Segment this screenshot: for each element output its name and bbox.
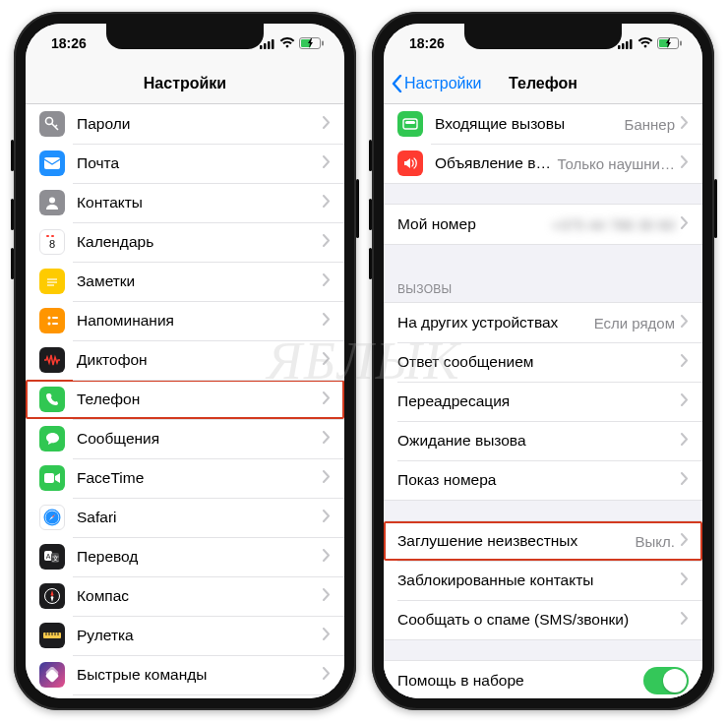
notch <box>464 24 622 49</box>
notch <box>106 24 264 49</box>
screen-right: 18:26 Настройки Телефон Входящие вызовыБ… <box>384 24 702 698</box>
phone-settings-list[interactable]: Входящие вызовыБаннерОбъявление вызововТ… <box>384 104 702 698</box>
settings-row[interactable]: Показ номера <box>384 460 702 500</box>
chevron-right-icon <box>323 548 331 566</box>
chevron-right-icon <box>323 272 331 290</box>
svg-rect-2 <box>268 41 271 49</box>
settings-row[interactable]: Здоровье <box>26 694 344 698</box>
chevron-right-icon <box>323 430 331 448</box>
shortcuts-icon <box>39 662 65 688</box>
settings-row[interactable]: 8Календарь <box>26 222 344 262</box>
person-icon <box>39 190 65 215</box>
chevron-right-icon <box>681 611 689 629</box>
screen-left: 18:26 Настройки ПаролиПочтаКонтакты8Кале… <box>26 24 344 698</box>
svg-rect-1 <box>264 43 267 49</box>
translate-icon: A文 <box>39 544 65 570</box>
reminder-icon <box>39 308 65 333</box>
chevron-right-icon <box>323 194 331 211</box>
chevron-right-icon <box>681 314 689 331</box>
phone-frame-left: 18:26 Настройки ПаролиПочтаКонтакты8Кале… <box>14 12 356 710</box>
chevron-right-icon <box>323 587 331 605</box>
settings-row[interactable]: Переадресация <box>384 382 702 421</box>
settings-row[interactable]: Почта <box>26 144 344 183</box>
settings-row[interactable]: Телефон <box>26 380 344 419</box>
settings-row[interactable]: Заметки <box>26 262 344 301</box>
row-label: Перевод <box>77 548 317 566</box>
row-label: Сообщения <box>77 430 317 448</box>
svg-rect-41 <box>630 39 633 49</box>
svg-rect-11 <box>51 235 54 237</box>
settings-row[interactable]: FaceTime <box>26 458 344 498</box>
status-time: 18:26 <box>51 35 87 51</box>
settings-row[interactable]: Ожидание вызова <box>384 421 702 460</box>
settings-row[interactable]: Сообщать о спаме (SMS/звонки) <box>384 600 702 639</box>
settings-row[interactable]: Рулетка <box>26 616 344 655</box>
chevron-right-icon <box>681 532 689 550</box>
svg-rect-46 <box>405 121 415 124</box>
safari-icon <box>39 505 65 530</box>
row-label: Входящие вызовы <box>435 115 619 133</box>
phone-icon <box>39 387 65 412</box>
compass-icon <box>39 583 65 609</box>
row-label: Почта <box>77 154 317 172</box>
settings-row[interactable]: A文Перевод <box>26 537 344 576</box>
settings-row[interactable]: Помощь в наборе <box>384 661 702 698</box>
row-label: Заметки <box>77 272 317 290</box>
chevron-right-icon <box>681 154 689 172</box>
row-label: Переадресация <box>397 392 675 410</box>
settings-row[interactable]: Напоминания <box>26 301 344 340</box>
chevron-right-icon <box>323 154 331 172</box>
settings-row[interactable]: Сообщения <box>26 419 344 458</box>
settings-row[interactable]: Ответ сообщением <box>384 342 702 382</box>
row-label: Помощь в наборе <box>397 672 643 690</box>
chevron-right-icon <box>323 509 331 526</box>
settings-row[interactable]: Контакты <box>26 183 344 222</box>
status-time: 18:26 <box>409 35 445 51</box>
settings-row[interactable]: Пароли <box>26 104 344 144</box>
voice-icon <box>39 347 65 373</box>
svg-rect-0 <box>260 45 263 49</box>
chevron-right-icon <box>323 312 331 330</box>
settings-row[interactable]: Объявление вызововТолько наушни… <box>384 144 702 183</box>
svg-text:8: 8 <box>49 238 55 250</box>
chevron-right-icon <box>681 432 689 450</box>
chevron-right-icon <box>681 392 689 410</box>
row-label: Заглушение неизвестных <box>397 532 630 550</box>
nav-title: Телефон <box>509 75 577 92</box>
toggle-switch[interactable] <box>643 667 689 694</box>
settings-row[interactable]: Входящие вызовыБаннер <box>384 104 702 144</box>
row-label: Показ номера <box>397 471 675 489</box>
chevron-right-icon <box>323 469 331 487</box>
settings-row[interactable]: Компас <box>26 576 344 616</box>
speaker-icon <box>397 150 423 176</box>
note-icon <box>39 269 65 294</box>
row-label: FaceTime <box>77 469 317 487</box>
nav-back-button[interactable]: Настройки <box>392 75 481 92</box>
row-label: Диктофон <box>77 351 317 369</box>
chevron-right-icon <box>681 471 689 489</box>
svg-rect-10 <box>46 235 49 237</box>
settings-row[interactable]: Мой номер+375 44 786 30 60 <box>384 205 702 244</box>
settings-row[interactable]: Диктофон <box>26 340 344 380</box>
settings-row[interactable]: Заглушение неизвестныхВыкл. <box>384 521 702 561</box>
row-label: Телефон <box>77 391 317 408</box>
settings-list[interactable]: ПаролиПочтаКонтакты8КалендарьЗаметкиНапо… <box>26 104 344 698</box>
battery-icon <box>657 37 683 49</box>
settings-row[interactable]: Safari <box>26 498 344 537</box>
svg-text:A: A <box>46 553 51 560</box>
svg-rect-21 <box>44 473 54 483</box>
svg-text:文: 文 <box>52 555 59 562</box>
settings-row[interactable]: Быстрые команды <box>26 655 344 694</box>
chevron-right-icon <box>323 627 331 644</box>
nav-bar: Настройки Телефон <box>384 63 702 104</box>
calendar-icon: 8 <box>39 229 65 255</box>
row-label: Рулетка <box>77 627 317 644</box>
svg-point-17 <box>48 317 51 320</box>
settings-row[interactable]: Заблокированные контакты <box>384 561 702 600</box>
phone-frame-right: 18:26 Настройки Телефон Входящие вызовыБ… <box>372 12 714 710</box>
settings-row[interactable]: На других устройствахЕсли рядом <box>384 303 702 342</box>
svg-rect-39 <box>622 43 625 49</box>
row-label: Контакты <box>77 194 317 211</box>
chevron-right-icon <box>323 233 331 251</box>
banner-icon <box>397 111 423 137</box>
